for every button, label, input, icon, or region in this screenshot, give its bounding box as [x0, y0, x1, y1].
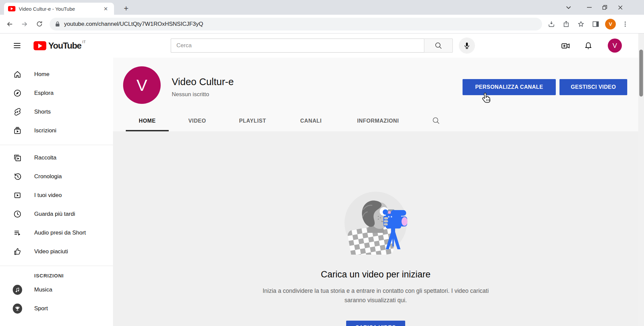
- channel-empty-state: Carica un video per iniziare Inizia a co…: [113, 131, 638, 326]
- url-text: youtube.com/channel/UCLtQty7W1ROxHSNSICJ…: [64, 21, 203, 27]
- channel-search-icon[interactable]: [432, 116, 441, 126]
- youtube-logo-text: YouTube: [48, 41, 81, 51]
- sidebar-item-sport[interactable]: Sport: [0, 299, 113, 318]
- url-bar[interactable]: youtube.com/channel/UCLtQty7W1ROxHSNSICJ…: [50, 18, 542, 30]
- watch-later-clock-icon: [13, 209, 22, 219]
- channel-avatar[interactable]: V: [123, 66, 161, 104]
- tab-search-button[interactable]: [561, 2, 576, 13]
- compass-icon: [13, 88, 22, 98]
- sidebar-item-shorts[interactable]: Shorts: [0, 103, 113, 121]
- playlist-play-icon: [13, 228, 22, 238]
- subscriber-count: Nessun iscritto: [172, 91, 209, 98]
- search-input[interactable]: [171, 39, 424, 53]
- tab-video[interactable]: VIDEO: [177, 111, 217, 131]
- browser-tab-bar: Video Cultur-e - YouTube ✕ +: [0, 0, 644, 15]
- empty-state-description: Inizia a condividere la tua storia e a e…: [252, 286, 500, 305]
- voice-search-button[interactable]: [459, 38, 475, 54]
- youtube-favicon-icon: [8, 6, 15, 11]
- your-videos-icon: [13, 191, 22, 200]
- search-button[interactable]: [424, 39, 453, 53]
- search-form: [171, 39, 453, 53]
- trophy-icon: [15, 306, 20, 311]
- library-icon: [13, 153, 22, 162]
- window-close-button[interactable]: [612, 2, 628, 13]
- youtube-header: YouTube IT V: [0, 34, 644, 58]
- sidebar-item-esplora[interactable]: Esplora: [0, 84, 113, 103]
- bookmark-star-icon[interactable]: [576, 19, 586, 29]
- shorts-icon: [13, 107, 22, 117]
- music-note-icon: [15, 287, 20, 292]
- sidebar-item-musica[interactable]: Musica: [0, 280, 113, 299]
- sidebar: Home Esplora Shorts Iscrizioni Raccol: [0, 58, 113, 326]
- manage-videos-button[interactable]: GESTISCI VIDEO: [559, 79, 627, 95]
- hamburger-menu-icon[interactable]: [13, 41, 21, 50]
- channel-name: Video Cultur-e: [172, 76, 234, 87]
- scrollbar-thumb[interactable]: [639, 50, 643, 96]
- chevron-down-icon: [561, 2, 576, 13]
- tab-canali[interactable]: CANALI: [291, 111, 331, 131]
- sport-channel-avatar: [13, 304, 22, 313]
- sidebar-item-i-tuoi-video[interactable]: I tuoi video: [0, 186, 113, 205]
- tab-title: Video Cultur-e - YouTube: [19, 6, 102, 12]
- forward-button[interactable]: [19, 19, 30, 29]
- upload-video-button[interactable]: CARICA VIDEO: [346, 321, 405, 326]
- notifications-bell-icon[interactable]: [584, 41, 593, 51]
- youtube-logo[interactable]: YouTube IT: [34, 41, 86, 51]
- window-minimize-button[interactable]: [582, 2, 597, 13]
- side-panel-icon[interactable]: [590, 19, 601, 29]
- create-video-icon[interactable]: [561, 41, 570, 51]
- sidebar-item-video-piaciuti[interactable]: Video piaciuti: [0, 242, 113, 261]
- install-icon[interactable]: [546, 19, 557, 29]
- channel-header: V Video Cultur-e Nessun iscritto PERSONA…: [113, 58, 638, 131]
- mouse-cursor-hand: [480, 92, 492, 105]
- tab-close-icon[interactable]: ✕: [102, 5, 110, 13]
- browser-profile-avatar[interactable]: V: [605, 19, 616, 29]
- sidebar-divider: [0, 266, 113, 266]
- sidebar-item-iscrizioni[interactable]: Iscrizioni: [0, 121, 113, 140]
- browser-tab[interactable]: Video Cultur-e - YouTube ✕: [4, 3, 114, 15]
- sidebar-item-home[interactable]: Home: [0, 65, 113, 84]
- subscriptions-icon: [13, 126, 22, 135]
- upload-illustration: [344, 191, 408, 255]
- subscriptions-section-title: ISCRIZIONI: [0, 269, 113, 280]
- browser-window: Video Cultur-e - YouTube ✕ +: [0, 0, 644, 326]
- sidebar-item-raccolta[interactable]: Raccolta: [0, 148, 113, 167]
- channel-tabs: HOME VIDEO PLAYLIST CANALI INFORMAZIONI: [113, 111, 638, 131]
- sidebar-item-guarda-piu-tardi[interactable]: Guarda più tardi: [0, 205, 113, 223]
- channel-page: V Video Cultur-e Nessun iscritto PERSONA…: [113, 58, 638, 326]
- youtube-play-icon: [34, 41, 46, 50]
- window-restore-button[interactable]: [597, 2, 612, 13]
- tab-informazioni[interactable]: INFORMAZIONI: [348, 111, 408, 131]
- account-avatar[interactable]: V: [608, 39, 622, 53]
- thumbs-up-icon: [13, 247, 22, 256]
- sidebar-item-audio-short[interactable]: Audio presi da Short: [0, 223, 113, 242]
- microphone-icon: [463, 42, 471, 50]
- music-channel-avatar: [13, 285, 22, 295]
- sidebar-divider: [0, 145, 113, 145]
- home-icon: [13, 70, 22, 79]
- tab-playlist[interactable]: PLAYLIST: [229, 111, 276, 131]
- youtube-country-code: IT: [82, 40, 86, 44]
- browser-menu-icon[interactable]: [620, 19, 631, 29]
- tab-home[interactable]: HOME: [122, 111, 172, 131]
- customize-channel-button[interactable]: PERSONALIZZA CANALE: [463, 79, 556, 95]
- new-tab-button[interactable]: +: [121, 3, 131, 14]
- share-icon[interactable]: [561, 19, 572, 29]
- lock-icon: [55, 21, 60, 27]
- search-icon: [434, 42, 442, 50]
- history-icon: [13, 172, 22, 181]
- page-scrollbar[interactable]: [638, 34, 644, 326]
- back-button[interactable]: [5, 19, 15, 29]
- empty-state-title: Carica un video per iniziare: [113, 269, 638, 280]
- browser-toolbar: youtube.com/channel/UCLtQty7W1ROxHSNSICJ…: [0, 15, 644, 34]
- sidebar-item-cronologia[interactable]: Cronologia: [0, 167, 113, 186]
- reload-button[interactable]: [34, 19, 44, 29]
